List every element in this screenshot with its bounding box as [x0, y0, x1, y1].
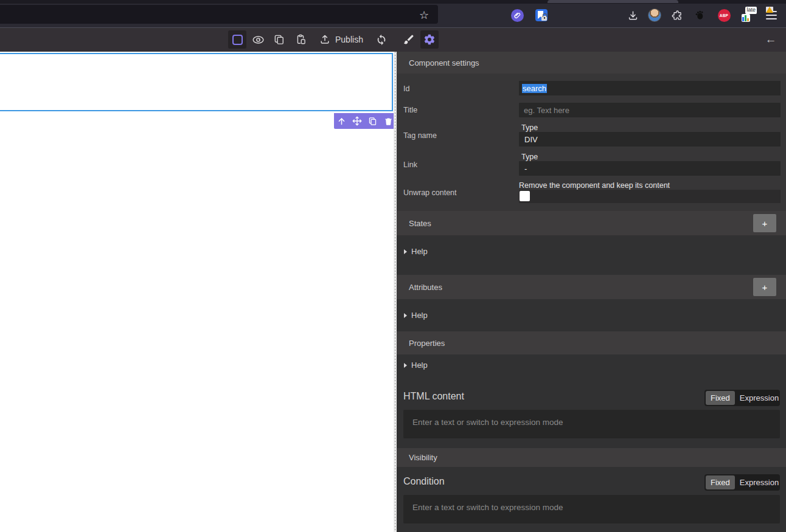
- tag-name-value: DIV: [524, 135, 538, 144]
- publish-label: Publish: [335, 35, 363, 44]
- adblock-plus-icon[interactable]: ABP: [715, 7, 732, 24]
- select-parent-button[interactable]: [335, 114, 349, 128]
- states-title: States: [409, 219, 431, 228]
- condition-mode-toggle: Fixed Expression: [704, 474, 780, 491]
- attributes-help-toggle[interactable]: Help: [404, 311, 428, 320]
- id-label: Id: [403, 85, 409, 93]
- settings-button[interactable]: [420, 30, 439, 49]
- states-help-zone: [397, 235, 786, 275]
- condition-input[interactable]: Enter a text or switch to expression mod…: [403, 495, 780, 523]
- attributes-section-header: Attributes: [397, 275, 786, 299]
- upload-icon: [319, 33, 331, 46]
- visibility-section-header: Visibility: [397, 448, 786, 467]
- panel-title: Component settings: [409, 58, 479, 67]
- editor-toolbar: [0, 29, 786, 52]
- duplicate-icon: [368, 117, 377, 126]
- link-type-label: Type: [521, 153, 538, 161]
- toggle-borders-button[interactable]: [228, 30, 246, 49]
- brush-icon: [403, 33, 415, 46]
- copy-icon: [273, 33, 285, 46]
- extensions-puzzle-icon[interactable]: [669, 7, 686, 24]
- active-tab-edge[interactable]: [548, 0, 678, 3]
- paste-button[interactable]: [291, 30, 310, 49]
- title-input[interactable]: [519, 103, 781, 117]
- link-label: Link: [403, 161, 417, 169]
- states-section-header: States: [397, 211, 786, 235]
- password-manager-extension-icon[interactable]: [533, 7, 550, 24]
- html-content-placeholder: Enter a text or switch to expression mod…: [412, 418, 563, 427]
- html-content-mode-toggle: Fixed Expression: [704, 390, 780, 406]
- delete-component-button[interactable]: [381, 114, 395, 128]
- editor-canvas[interactable]: [0, 52, 394, 532]
- attributes-help-zone: [397, 299, 786, 331]
- selection-outline: [0, 53, 393, 111]
- disclosure-triangle-icon: [404, 363, 407, 368]
- style-manager-button[interactable]: [400, 30, 418, 49]
- collapse-panel-button[interactable]: ←: [762, 30, 780, 49]
- disclosure-triangle-icon: [404, 249, 407, 254]
- visibility-title: Visibility: [409, 453, 437, 462]
- condition-fixed-chip[interactable]: Fixed: [706, 475, 735, 489]
- arrow-up-icon: [337, 117, 346, 126]
- component-action-toolbar: [334, 113, 396, 129]
- condition-expression-chip[interactable]: Expression: [735, 475, 784, 489]
- borders-icon: [232, 35, 243, 45]
- paperclip-extension-icon[interactable]: [509, 7, 526, 24]
- add-attribute-button[interactable]: +: [753, 278, 776, 296]
- unwrap-description: Remove the component and keep its conten…: [519, 181, 670, 190]
- id-input[interactable]: search: [519, 81, 781, 95]
- id-value: search: [522, 84, 547, 93]
- stats-extension-icon[interactable]: late: [740, 7, 757, 24]
- attributes-help-label: Help: [411, 311, 428, 320]
- refresh-button[interactable]: [372, 30, 391, 49]
- properties-section-header: Properties: [397, 331, 786, 354]
- account-avatar[interactable]: [646, 7, 663, 24]
- browser-menu-icon[interactable]: [763, 7, 780, 24]
- duplicate-component-button[interactable]: [366, 114, 380, 128]
- left-arrow-icon: ←: [765, 33, 777, 46]
- browser-navbar: ☆ ABP late: [0, 0, 786, 28]
- disclosure-triangle-icon: [404, 313, 407, 318]
- link-value: -: [524, 164, 527, 173]
- states-help-toggle[interactable]: Help: [404, 247, 428, 256]
- refresh-icon: [375, 33, 388, 46]
- preview-button[interactable]: [249, 30, 267, 49]
- condition-title: Condition: [403, 476, 445, 487]
- states-help-label: Help: [411, 247, 428, 256]
- browser-tabstrip: [0, 0, 786, 4]
- unwrap-field-strip: [519, 190, 781, 203]
- copy-button[interactable]: [270, 30, 288, 49]
- downloads-icon[interactable]: [624, 7, 641, 24]
- tag-type-label: Type: [521, 123, 538, 132]
- title-label: Title: [403, 106, 417, 114]
- unwrap-checkbox[interactable]: [520, 191, 530, 201]
- move-component-button[interactable]: [350, 114, 364, 128]
- panel-header: Component settings: [397, 52, 786, 74]
- url-bar[interactable]: [0, 5, 438, 24]
- paste-icon: [294, 33, 307, 46]
- tag-name-select[interactable]: DIV: [519, 132, 781, 147]
- properties-help-toggle[interactable]: Help: [404, 361, 428, 370]
- attributes-title: Attributes: [409, 283, 442, 292]
- properties-title: Properties: [409, 339, 445, 348]
- link-select[interactable]: -: [519, 161, 781, 176]
- tag-name-label: Tag name: [403, 131, 437, 140]
- eye-icon: [252, 33, 265, 46]
- add-state-button[interactable]: +: [753, 214, 776, 232]
- gear-icon: [423, 33, 436, 46]
- properties-help-label: Help: [411, 361, 428, 370]
- html-content-fixed-chip[interactable]: Fixed: [706, 391, 735, 405]
- html-content-input[interactable]: Enter a text or switch to expression mod…: [403, 410, 780, 438]
- move-icon: [352, 116, 362, 126]
- gnome-foot-extension-icon[interactable]: [691, 7, 708, 24]
- html-content-expression-chip[interactable]: Expression: [735, 391, 784, 405]
- condition-placeholder: Enter a text or switch to expression mod…: [412, 503, 563, 512]
- trash-icon: [384, 117, 393, 126]
- component-settings-panel: Component settings Id search Title Type …: [397, 52, 786, 532]
- html-content-title: HTML content: [403, 391, 464, 402]
- unwrap-label: Unwrap content: [403, 188, 457, 197]
- publish-button[interactable]: Publish: [319, 30, 363, 49]
- bookmark-star-icon[interactable]: ☆: [416, 7, 433, 24]
